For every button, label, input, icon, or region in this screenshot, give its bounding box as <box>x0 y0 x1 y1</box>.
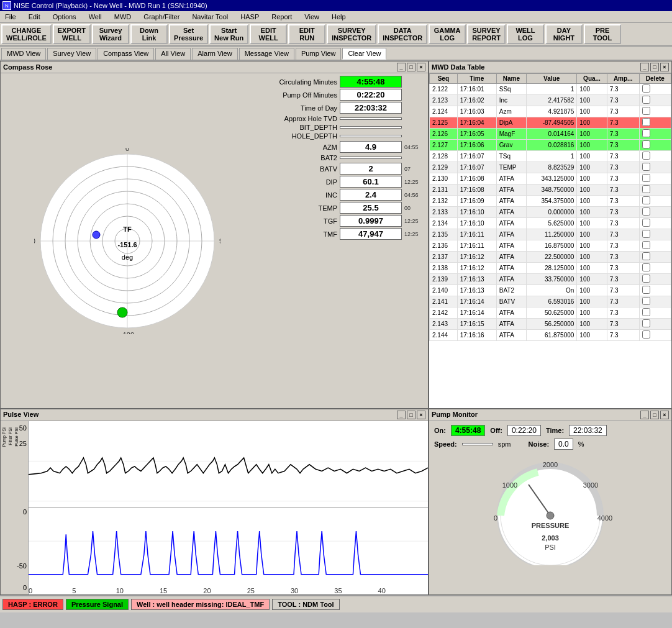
menu-edit[interactable]: Edit <box>26 12 43 21</box>
mwd-close-btn[interactable]: × <box>660 63 669 71</box>
svg-text:-180: -180 <box>120 331 134 334</box>
change-well-button[interactable]: CHANGEWELL/ROLE <box>1 24 52 44</box>
svg-text:deg: deg <box>122 253 133 261</box>
pulse-close-btn[interactable]: × <box>417 411 425 419</box>
data-inspector-button[interactable]: DATAINSPECTOR <box>378 24 427 44</box>
gamma-log-button[interactable]: GAMMALOG <box>429 24 466 44</box>
tab-alarm-view[interactable]: Alarm View <box>192 48 237 60</box>
status-well-warning: Well : well header missing: IDEAL_TMF <box>131 599 270 610</box>
survey-inspector-button[interactable]: SURVEYINSPECTOR <box>327 24 376 44</box>
set-pressure-button[interactable]: SetPressure <box>169 24 208 44</box>
pulse-content: 50 25 0 -50 0 Pump PSI Filter PSI Pulse … <box>1 421 428 594</box>
table-row: 2.13817:16:12ATFA28.1250001007.3 <box>430 263 671 274</box>
reading-time-azm: 04:55 <box>404 144 423 150</box>
pump-noise-unit: % <box>578 440 584 448</box>
pulse-minimize-btn[interactable]: _ <box>397 411 406 419</box>
start-new-run-button[interactable]: StartNew Run <box>209 24 248 44</box>
mwd-minimize-btn[interactable]: _ <box>640 63 649 71</box>
menu-mwd[interactable]: MWD <box>112 12 134 21</box>
edit-run-button[interactable]: EDITRUN <box>288 24 325 44</box>
tab-survey-view[interactable]: Survey View <box>47 48 96 60</box>
menu-graph[interactable]: Graph/Filter <box>141 12 182 21</box>
pump-off-label: Off: <box>490 427 502 434</box>
bottom-area: Pulse View _ □ × 50 25 0 -50 0 Pump PSI … <box>0 409 672 595</box>
menu-well[interactable]: Well <box>86 12 104 21</box>
export-well-button[interactable]: EXPORTWELL <box>53 24 91 44</box>
pump-on-label: On: <box>434 427 446 434</box>
reading-value-azm: 4.9 <box>340 141 402 153</box>
pre-tool-button[interactable]: PRETOOL <box>584 24 621 44</box>
menu-report[interactable]: Report <box>269 12 294 21</box>
mwd-panel-title: MWD Data Table <box>432 63 484 71</box>
survey-report-button[interactable]: SURVEYREPORT <box>467 24 506 44</box>
mwd-data-table: Seq Time Name Value Qua... Amp... Delete… <box>429 73 671 341</box>
status-bar: HASP : ERROR Pressure Signal Well : well… <box>0 595 672 612</box>
col-name: Name <box>496 74 526 84</box>
table-row: 2.14217:16:14ATFA50.6250001007.3 <box>430 307 671 319</box>
menu-hasp[interactable]: HASP <box>238 12 261 21</box>
svg-text:1000: 1000 <box>502 481 517 489</box>
pulse-panel: Pulse View _ □ × 50 25 0 -50 0 Pump PSI … <box>0 409 429 595</box>
reading-temp: TEMP 25.5 00 <box>257 202 425 214</box>
y-axis-pulse-psi: Pulse PSI <box>14 427 19 447</box>
reading-bat2: BAT2 <box>257 154 425 162</box>
reading-tmf: TMF 47,947 12:25 <box>257 228 425 240</box>
tab-mwd-view[interactable]: MWD View <box>1 48 46 60</box>
pump-minimize-btn[interactable]: _ <box>640 411 649 419</box>
y-label-0-top: 0 <box>23 508 27 516</box>
tab-pump-view[interactable]: Pump View <box>296 48 341 60</box>
menu-navitar[interactable]: Navitar Tool <box>189 12 230 21</box>
survey-wizard-button[interactable]: SurveyWizard <box>92 24 129 44</box>
well-log-button[interactable]: WELLLOG <box>507 24 544 44</box>
menu-view[interactable]: View <box>302 12 322 21</box>
main-content: Compass Rose _ □ × <box>0 61 672 409</box>
reading-hole-tvd: Approx Hole TVD <box>257 115 425 122</box>
tab-message-view[interactable]: Message View <box>239 48 294 60</box>
svg-text:0: 0 <box>494 514 497 522</box>
reading-label-hole: HOLE_DEPTH <box>257 132 337 140</box>
reading-time-inc: 04:56 <box>404 192 423 198</box>
y-label-50: 50 <box>19 424 27 432</box>
pump-monitor-content: On: 4:55:48 Off: 0:22:20 Time: 22:03:32 … <box>429 421 671 594</box>
col-amp: Amp... <box>607 74 639 84</box>
reading-label-tgf: TGF <box>257 217 337 225</box>
pulse-restore-btn[interactable]: □ <box>407 411 415 419</box>
svg-text:10: 10 <box>116 587 124 594</box>
table-row: 2.12517:16:04DipA-87.4945051007.3 <box>430 117 671 129</box>
pump-noise-value: 0.0 <box>554 439 573 450</box>
mwd-restore-btn[interactable]: □ <box>650 63 659 71</box>
day-night-button[interactable]: DAYNIGHT <box>545 24 583 44</box>
reading-bit-depth: BIT_DEPTH <box>257 124 425 131</box>
menu-options[interactable]: Options <box>50 12 79 21</box>
reading-value-dip: 60.1 <box>340 176 402 188</box>
pump-restore-btn[interactable]: □ <box>650 411 659 419</box>
tab-compass-view[interactable]: Compass View <box>98 48 154 60</box>
menu-help[interactable]: Help <box>329 12 348 21</box>
panel-minimize-btn[interactable]: _ <box>397 63 406 71</box>
table-row: 2.12417:16:03Azm4.9218751007.3 <box>430 106 671 117</box>
tab-clear-view[interactable]: Clear View <box>342 48 386 60</box>
svg-text:90: 90 <box>219 237 220 245</box>
panel-restore-btn[interactable]: □ <box>407 63 415 71</box>
reading-value-tmf: 47,947 <box>340 228 402 240</box>
down-link-button[interactable]: DownLink <box>130 24 168 44</box>
table-row: 2.13317:16:10ATFA0.0000001007.3 <box>430 207 671 218</box>
reading-tgf: TGF 0.9997 12:25 <box>257 215 425 227</box>
tab-all-view[interactable]: All View <box>155 48 191 60</box>
panel-controls: _ □ × <box>397 63 425 71</box>
reading-value-hole <box>340 135 402 137</box>
svg-text:PSI: PSI <box>545 544 556 551</box>
tab-bar: MWD View Survey View Compass View All Vi… <box>0 47 672 61</box>
pulse-title: Pulse View <box>3 411 39 419</box>
pulse-y-axis: 50 25 0 -50 0 Pump PSI Filter PSI Pulse … <box>1 421 29 594</box>
edit-well-button[interactable]: EDITWELL <box>250 24 287 44</box>
panel-close-btn[interactable]: × <box>417 63 425 71</box>
pump-close-btn[interactable]: × <box>660 411 669 419</box>
reading-label-dip: DIP <box>257 178 337 186</box>
mwd-panel-header: MWD Data Table _ □ × <box>429 61 671 73</box>
table-row: 2.12217:16:01SSq11007.3 <box>430 84 671 95</box>
pump-monitor-panel: Pump Monitor _ □ × On: 4:55:48 Off: 0:22… <box>429 409 672 595</box>
menu-file[interactable]: File <box>2 12 19 21</box>
pump-off-value: 0:22:20 <box>507 425 541 436</box>
compass-rose: 0 -180 90 -90 TF -151.6 deg <box>1 73 254 408</box>
